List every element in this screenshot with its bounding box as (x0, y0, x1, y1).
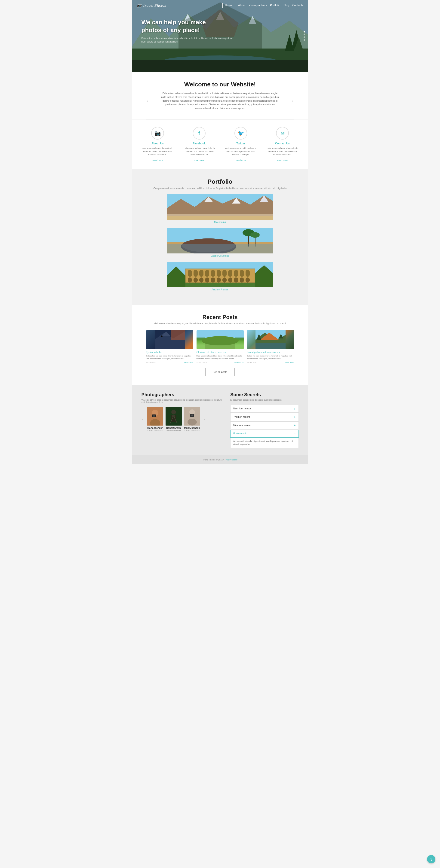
scroll-dot-4[interactable] (303, 39, 305, 41)
footer-copyright: Travel Photos © 2015 (203, 459, 223, 461)
portfolio-ancient-label[interactable]: Ancient Places (146, 288, 294, 291)
hero-heading: We can help you make photos of any place… (142, 19, 308, 34)
svg-rect-43 (234, 270, 238, 277)
photographer-cards: Marta Wonder 5 years experience (147, 407, 200, 431)
nav-home[interactable]: Home (223, 3, 235, 8)
feature-contact-us: ✉ Contact Us Duis autem vel eum iriure d… (266, 127, 299, 162)
svg-rect-37 (199, 270, 203, 277)
svg-rect-62 (171, 330, 185, 340)
footer-privacy-link[interactable]: Privacy policy (225, 459, 237, 461)
secrets-column: Some Secrets Et accumsan et iusto odio d… (230, 392, 298, 448)
post-3-svg (247, 330, 294, 349)
marta-exp: 5 years experience (147, 429, 163, 431)
photographers-column: Photographers Vfacilisis at vero eros et… (142, 392, 224, 448)
robert-name: Robert Smith (166, 427, 182, 429)
accordion-item-1[interactable]: Nam liber tempor + (230, 405, 298, 413)
post-1-readmore[interactable]: Read more (184, 361, 193, 364)
svg-rect-41 (223, 270, 227, 277)
twitter-desc: Duis autem vel eum iriure dolor in hendr… (225, 147, 257, 156)
mountains-svg (167, 194, 273, 220)
svg-rect-55 (240, 277, 244, 283)
marta-name: Marta Wonder (147, 427, 163, 429)
about-us-read-more[interactable]: Read more (152, 159, 163, 161)
svg-rect-30 (167, 244, 273, 253)
portfolio-mountains-label[interactable]: Mountains (146, 221, 294, 223)
post-2-readmore[interactable]: Read more (234, 361, 244, 364)
marta-photo (147, 407, 163, 426)
mark-svg (184, 407, 200, 426)
portfolio-exotic-label[interactable]: Exotic Countries (146, 254, 294, 257)
post-2-image (197, 330, 244, 349)
accordion-icon-4: − (294, 432, 295, 435)
svg-rect-50 (211, 277, 215, 283)
post-3-title[interactable]: Investigationes demonstraver (247, 351, 294, 353)
secrets-accordion: Nam liber tempor + Typi non habent + Mir… (230, 405, 298, 448)
posts-title: Recent Posts (146, 314, 294, 320)
about-us-title: About Us (142, 142, 174, 145)
portfolio-exotic-image[interactable] (167, 228, 273, 253)
svg-rect-54 (234, 277, 238, 283)
about-us-icon: 📷 (151, 127, 164, 140)
welcome-next-arrow[interactable]: → (290, 99, 294, 103)
carousel-prev-arrow[interactable]: ← (142, 417, 145, 421)
accordion-item-2[interactable]: Typi non habent + (230, 413, 298, 421)
portfolio-mountains-image[interactable] (167, 194, 273, 220)
mark-name: Mark Johnson (184, 427, 200, 429)
facebook-read-more[interactable]: Read more (194, 159, 204, 161)
portfolio-section: Portfolio Ovulputate velit esse molestie… (132, 169, 308, 305)
photographer-marta: Marta Wonder 5 years experience (147, 407, 163, 431)
svg-rect-48 (199, 277, 203, 283)
svg-rect-51 (217, 277, 221, 283)
post-3-footer: 29 Jun 2015 Read more (247, 361, 294, 364)
post-1-title[interactable]: Typi non habe (146, 351, 193, 353)
feature-facebook: f Facebook Duis autem vel eum iriure dol… (183, 127, 215, 162)
accordion-item-3[interactable]: Mirum est notare + (230, 422, 298, 429)
svg-rect-49 (205, 277, 209, 283)
robert-exp: 7 years experience (166, 429, 182, 431)
svg-rect-47 (194, 277, 198, 283)
post-3-readmore[interactable]: Read more (285, 361, 294, 364)
bottom-section: Photographers Vfacilisis at vero eros et… (132, 385, 308, 455)
mark-exp: 5 years experience (184, 429, 200, 431)
post-3-date: 29 Jun 2015 (247, 361, 257, 364)
portfolio-subtitle: Ovulputate velit esse molestie consequat… (146, 187, 294, 190)
photographer-mark: Mark Johnson 5 years experience (184, 407, 200, 431)
scroll-dot-3[interactable] (303, 36, 305, 38)
nav-links: Home About Photographers Portfolio Blog … (223, 3, 303, 8)
svg-point-92 (191, 414, 193, 416)
post-1-image (146, 330, 193, 349)
svg-point-64 (161, 336, 163, 337)
post-card-3: Investigationes demonstraver Cutem vel e… (247, 330, 294, 364)
twitter-read-more[interactable]: Read more (236, 159, 246, 161)
robert-svg (166, 407, 182, 426)
accordion-item-4[interactable]: Eodem modo − (230, 430, 298, 438)
nav-contacts[interactable]: Contacts (292, 4, 303, 7)
contact-us-read-more[interactable]: Read more (277, 159, 288, 161)
nav-blog[interactable]: Blog (284, 4, 289, 7)
svg-rect-39 (211, 270, 215, 277)
see-all-posts-button[interactable]: See all posts (206, 368, 234, 376)
exotic-svg (167, 228, 273, 253)
accordion-label-4: Eodem modo (233, 432, 247, 435)
svg-rect-87 (172, 415, 175, 417)
portfolio-ancient-image[interactable] (167, 262, 273, 287)
post-2-date: 29 Jun 2015 (197, 361, 207, 364)
post-card-1: Typi non habe Duis autem vel eum iriure … (146, 330, 193, 364)
nav-photographers[interactable]: Photographers (248, 4, 267, 7)
post-2-title[interactable]: Claritas est etiam process (197, 351, 244, 353)
scroll-dot-1[interactable] (303, 31, 305, 33)
nav-about[interactable]: About (238, 4, 245, 7)
svg-rect-63 (162, 337, 162, 340)
contact-us-desc: Duis autem vel eum iriure dolor in hendr… (266, 147, 299, 156)
scroll-dot-2[interactable] (303, 34, 305, 35)
welcome-nav: ← Duis autem vel eum iriure dolor in hen… (146, 92, 294, 110)
accordion-icon-3: + (294, 424, 295, 427)
twitter-title: Twitter (225, 142, 257, 145)
svg-rect-44 (240, 270, 244, 277)
feature-about-us: 📷 About Us Duis autem vel eum iriure dol… (142, 127, 174, 162)
welcome-prev-arrow[interactable]: ← (146, 99, 150, 103)
nav-portfolio[interactable]: Portfolio (270, 4, 280, 7)
post-1-footer: 29 Jun 2015 Read more (146, 361, 193, 364)
carousel-next-arrow[interactable]: → (202, 417, 206, 421)
svg-rect-42 (228, 270, 232, 277)
